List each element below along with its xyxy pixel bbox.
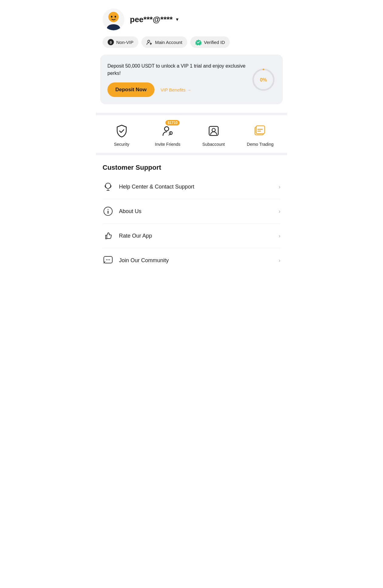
svg-text:0: 0 xyxy=(110,41,112,44)
vip-progress-circle: 0% xyxy=(251,68,276,92)
svg-rect-26 xyxy=(108,211,109,214)
invite-friends-badge: $1710 xyxy=(165,120,180,125)
account-switch-icon xyxy=(146,39,153,45)
quick-actions: Security $1710 $ Invite Friends Subaccou xyxy=(96,115,287,153)
svg-point-3 xyxy=(115,16,116,18)
rate-app-label: Rate Our App xyxy=(119,233,152,239)
action-demo-trading-label: Demo Trading xyxy=(247,142,273,147)
non-vip-icon: 0 xyxy=(107,39,114,45)
help-center-label: Help Center & Contact Support xyxy=(119,184,194,190)
svg-point-16 xyxy=(212,129,215,132)
vip-benefits-link[interactable]: VIP Benefits → xyxy=(161,87,191,92)
main-account-label: Main Account xyxy=(155,40,182,45)
avatar xyxy=(103,8,124,30)
svg-point-2 xyxy=(111,16,113,18)
svg-rect-20 xyxy=(257,131,261,132)
community-label: Join Our Community xyxy=(119,257,169,264)
dropdown-arrow-icon[interactable]: ▼ xyxy=(175,17,179,22)
vip-promo-text: Deposit 50,000 USDT to unlock a VIP 1 tr… xyxy=(107,62,246,77)
support-item-about-us[interactable]: About Us › xyxy=(103,199,280,224)
svg-point-30 xyxy=(109,259,110,260)
action-subaccount-label: Subaccount xyxy=(202,142,225,147)
non-vip-badge[interactable]: 0 Non-VIP xyxy=(103,36,138,48)
svg-text:0%: 0% xyxy=(260,77,267,82)
divider-1 xyxy=(96,113,287,115)
action-subaccount[interactable]: Subaccount xyxy=(202,123,226,147)
chat-smile-icon xyxy=(103,255,114,266)
svg-point-25 xyxy=(108,209,109,210)
action-security-label: Security xyxy=(114,142,129,147)
action-invite-label: Invite Friends xyxy=(155,142,180,147)
action-security[interactable]: Security xyxy=(110,123,134,147)
profile-section: pee***@**** ▼ xyxy=(96,0,287,36)
invite-friends-icon-wrap: $1710 $ xyxy=(160,123,175,139)
support-section: Customer Support Help Center & Contact S… xyxy=(96,155,287,272)
verified-id-label: Verified ID xyxy=(204,40,225,45)
support-item-community[interactable]: Join Our Community › xyxy=(103,248,280,272)
info-circle-icon xyxy=(103,206,114,217)
demo-trading-icon-wrap xyxy=(252,123,268,139)
action-invite-friends[interactable]: $1710 $ Invite Friends xyxy=(155,123,180,147)
svg-point-12 xyxy=(164,127,169,131)
chevron-right-icon: › xyxy=(279,184,280,190)
chevron-right-icon: › xyxy=(279,257,280,264)
badges-row: 0 Non-VIP Main Account Verified ID xyxy=(96,36,287,55)
username: pee***@**** ▼ xyxy=(130,15,179,24)
support-title: Customer Support xyxy=(103,164,280,172)
chevron-right-icon: › xyxy=(279,208,280,215)
verified-check-icon xyxy=(195,39,202,45)
svg-point-28 xyxy=(106,259,107,260)
thumbs-up-icon xyxy=(103,230,114,241)
chevron-right-icon: › xyxy=(279,233,280,239)
svg-rect-23 xyxy=(110,185,111,187)
non-vip-label: Non-VIP xyxy=(116,40,134,45)
svg-point-29 xyxy=(108,259,109,260)
support-item-help-center[interactable]: Help Center & Contact Support › xyxy=(103,175,280,199)
about-us-label: About Us xyxy=(119,208,141,215)
verified-id-badge[interactable]: Verified ID xyxy=(190,36,230,48)
support-item-rate-app[interactable]: Rate Our App › xyxy=(103,224,280,248)
action-demo-trading[interactable]: Demo Trading xyxy=(247,123,273,147)
deposit-now-button[interactable]: Deposit Now xyxy=(107,82,154,97)
svg-rect-22 xyxy=(105,185,106,187)
divider-2 xyxy=(96,153,287,155)
main-account-badge[interactable]: Main Account xyxy=(141,36,187,48)
vip-card: Deposit 50,000 USDT to unlock a VIP 1 tr… xyxy=(100,55,283,104)
security-icon-wrap xyxy=(114,123,130,139)
headset-icon xyxy=(103,181,114,192)
subaccount-icon-wrap xyxy=(206,123,222,139)
svg-point-7 xyxy=(147,40,150,42)
vip-actions: Deposit Now VIP Benefits → xyxy=(107,82,246,97)
vip-card-left: Deposit 50,000 USDT to unlock a VIP 1 tr… xyxy=(107,62,246,97)
svg-rect-19 xyxy=(257,129,263,130)
svg-point-1 xyxy=(108,12,119,22)
